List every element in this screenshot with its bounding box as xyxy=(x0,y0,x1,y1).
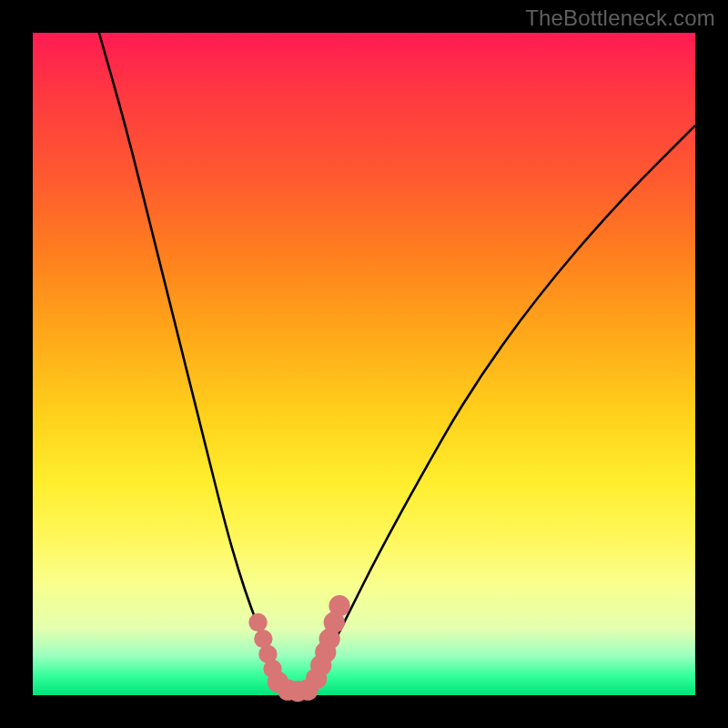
curve-left xyxy=(99,33,285,695)
chart-frame: TheBottleneck.com xyxy=(0,0,728,728)
left-dot-1 xyxy=(248,613,267,632)
marker-group xyxy=(248,595,349,702)
curve-right xyxy=(311,126,695,695)
right-dot-6 xyxy=(329,595,349,616)
watermark-text: TheBottleneck.com xyxy=(525,5,715,31)
chart-svg xyxy=(33,33,695,695)
plot-area xyxy=(33,33,695,695)
